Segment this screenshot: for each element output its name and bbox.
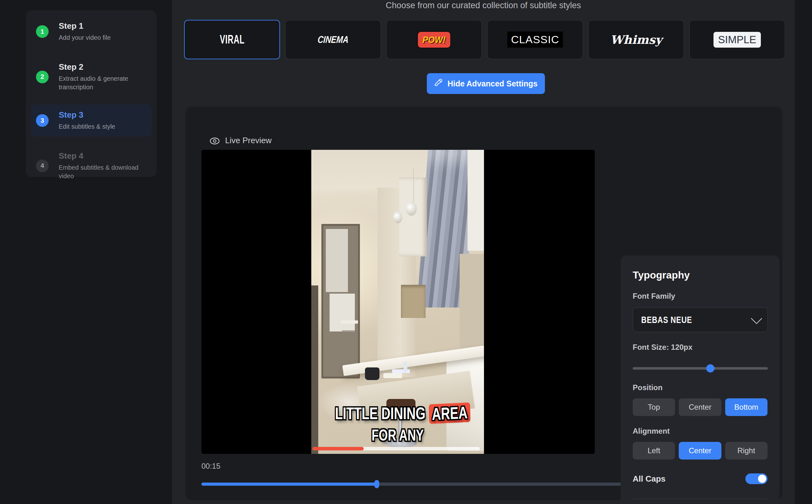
style-option-simple[interactable]: SIMPLE: [689, 20, 785, 59]
style-option-cinema-label: CINEMA: [317, 34, 349, 45]
font-family-select[interactable]: BEBAS NEUE: [633, 308, 768, 332]
style-option-classic[interactable]: CLASSIC: [487, 20, 583, 59]
chevron-down-icon: [751, 313, 762, 324]
photo-mirror-window: [330, 294, 355, 331]
subtitle-line-1: LITTLE DINING AREA: [311, 403, 484, 423]
font-size-slider[interactable]: [633, 364, 768, 372]
timeline-fill: [201, 483, 377, 486]
page: 1 Step 1 Add your video file 2 Step 2 Ex…: [0, 0, 812, 504]
style-option-viral[interactable]: VIRAL: [184, 20, 280, 59]
sidebar-item-step-3-active[interactable]: 3 Step 3 Edit subtitles & style: [31, 104, 151, 137]
step-2-title: Step 2: [59, 62, 146, 72]
paintbrush-icon: [434, 78, 443, 89]
live-preview-header: Live Preview: [209, 136, 272, 145]
photo-shelf: [401, 285, 426, 318]
font-size-thumb[interactable]: [706, 364, 715, 372]
style-option-pow-label: POW!: [418, 32, 450, 48]
section-divider: [633, 499, 768, 499]
all-caps-label: All Caps: [633, 474, 666, 484]
font-size-track[interactable]: [633, 367, 768, 370]
photo-window-light: [468, 150, 484, 251]
all-caps-toggle[interactable]: [745, 473, 768, 484]
main-content: Choose from our curated collection of su…: [172, 0, 795, 504]
video-frame: LITTLE DINING AREA FOR ANY: [311, 150, 484, 454]
style-option-whimsy[interactable]: Whimsy: [588, 20, 684, 59]
photo-cups: [383, 373, 402, 378]
photo-right-wall: [460, 254, 484, 358]
font-size-label: Font Size: 120px: [633, 343, 768, 352]
timeline-thumb[interactable]: [374, 480, 379, 488]
eye-icon: [209, 137, 220, 144]
photo-cabinet: [399, 178, 427, 256]
typography-heading: Typography: [633, 269, 768, 281]
font-family-label: Font Family: [633, 292, 768, 301]
all-caps-row: All Caps: [633, 473, 768, 484]
style-option-pow[interactable]: POW!: [386, 20, 482, 59]
step-3-badge: 3: [36, 114, 49, 127]
alignment-left-button[interactable]: Left: [633, 442, 675, 460]
hide-advanced-settings-button[interactable]: Hide Advanced Settings: [427, 73, 545, 94]
position-options: Top Center Bottom: [633, 398, 768, 416]
style-option-simple-label: SIMPLE: [714, 32, 761, 48]
position-label: Position: [633, 383, 768, 392]
live-preview-label: Live Preview: [225, 136, 272, 145]
step-4-title: Step 4: [59, 151, 146, 161]
photo-kettle: [365, 367, 380, 380]
all-caps-toggle-knob: [758, 475, 766, 483]
step-2-description: Extract audio & generate transcription: [59, 74, 146, 91]
position-center-button[interactable]: Center: [679, 398, 721, 416]
style-option-cinema[interactable]: CINEMA: [285, 20, 381, 59]
photo-mirror-reflection: [326, 229, 348, 292]
alignment-right-button[interactable]: Right: [725, 442, 768, 460]
step-3-title: Step 3: [59, 110, 146, 120]
position-bottom-button[interactable]: Bottom: [725, 398, 768, 416]
position-top-button[interactable]: Top: [633, 398, 675, 416]
step-1-title: Step 1: [59, 21, 146, 31]
photo-mirror-table: [341, 320, 358, 324]
sidebar-item-step-4[interactable]: 4 Step 4 Embed subtitles & download vide…: [31, 145, 151, 186]
current-time-label: 00:15: [201, 462, 221, 471]
step-4-badge: 4: [36, 160, 49, 172]
step-4-description: Embed subtitles & download video: [59, 163, 146, 180]
step-1-badge: 1: [36, 25, 49, 38]
photo-bottle: [403, 362, 407, 372]
video-caption-progress-fill: [313, 447, 364, 450]
font-family-value: BEBAS NEUE: [641, 314, 692, 325]
style-option-classic-label: CLASSIC: [507, 32, 563, 48]
step-2-badge: 2: [36, 71, 49, 83]
subtitle-highlight-word: AREA: [429, 402, 471, 424]
alignment-center-button[interactable]: Center: [679, 442, 721, 460]
subtitle-line-2: FOR ANY: [311, 426, 484, 444]
subtitle-style-list: VIRAL CINEMA POW! CLASSIC Whimsy SIMPLE: [184, 20, 785, 59]
live-preview-card: Live Preview: [185, 107, 782, 500]
sidebar-item-step-1[interactable]: 1 Step 1 Add your video file: [31, 15, 151, 48]
page-title: Choose from our curated collection of su…: [172, 1, 795, 10]
alignment-label: Alignment: [633, 427, 768, 436]
video-caption-progress-bar: [313, 447, 480, 450]
hide-advanced-settings-label: Hide Advanced Settings: [447, 79, 537, 88]
photo-mirror-doorway: [321, 224, 360, 378]
photo-pendant-light-2: [393, 211, 402, 223]
photo-lamp-wire: [413, 169, 414, 203]
video-preview: LITTLE DINING AREA FOR ANY: [201, 150, 595, 454]
subtitle-text-2: FOR ANY: [372, 426, 424, 444]
typography-panel: Typography Font Family BEBAS NEUE Font S…: [621, 255, 780, 504]
style-option-whimsy-label: Whimsy: [610, 33, 662, 47]
subtitle-text: LITTLE DINING: [335, 404, 425, 423]
photo-pendant-light: [406, 202, 417, 216]
sidebar-item-step-2[interactable]: 2 Step 2 Extract audio & generate transc…: [31, 56, 151, 97]
steps-sidebar: 1 Step 1 Add your video file 2 Step 2 Ex…: [26, 10, 156, 177]
alignment-options: Left Center Right: [633, 442, 768, 460]
style-option-viral-label: VIRAL: [220, 33, 245, 46]
step-3-description: Edit subtitles & style: [59, 122, 146, 131]
step-1-description: Add your video file: [59, 33, 146, 42]
